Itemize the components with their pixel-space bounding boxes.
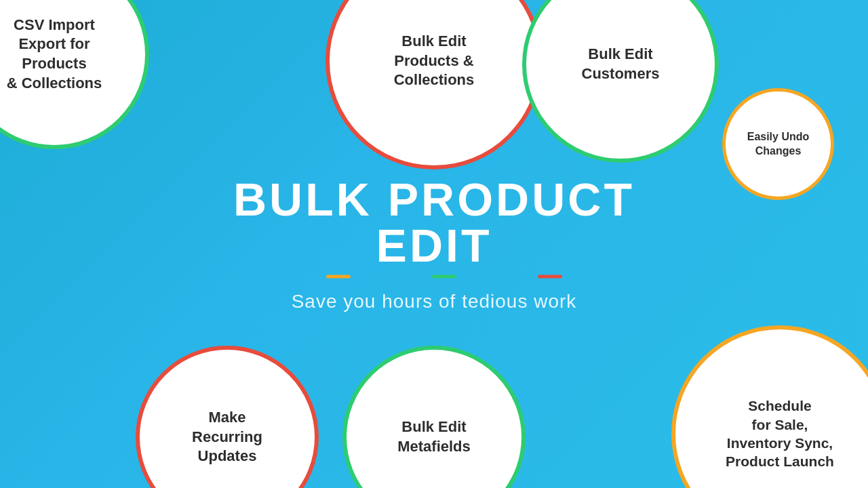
underline-green: [432, 275, 456, 279]
bulk-products-text: Bulk EditProducts &Collections: [380, 18, 488, 104]
circle-undo: Easily UndoChanges: [722, 88, 834, 200]
center-content: BULK PRODUCT EDIT Save you hours of tedi…: [217, 176, 651, 312]
subtitle: Save you hours of tedious work: [217, 291, 651, 312]
customers-text: Bulk EditCustomers: [568, 31, 673, 97]
undo-text: Easily UndoChanges: [737, 120, 820, 169]
title-underlines: [217, 275, 651, 279]
underline-red: [538, 275, 562, 279]
schedule-text: Schedulefor Sale,Inventory Sync,Product …: [712, 383, 848, 484]
recurring-text: MakeRecurringUpdates: [178, 394, 276, 480]
main-title: BULK PRODUCT EDIT: [217, 176, 651, 268]
underline-orange: [326, 275, 351, 279]
csv-import-text: CSV ImportExport forProducts& Collection…: [0, 2, 115, 106]
metafields-text: Bulk EditMetafields: [384, 404, 484, 470]
